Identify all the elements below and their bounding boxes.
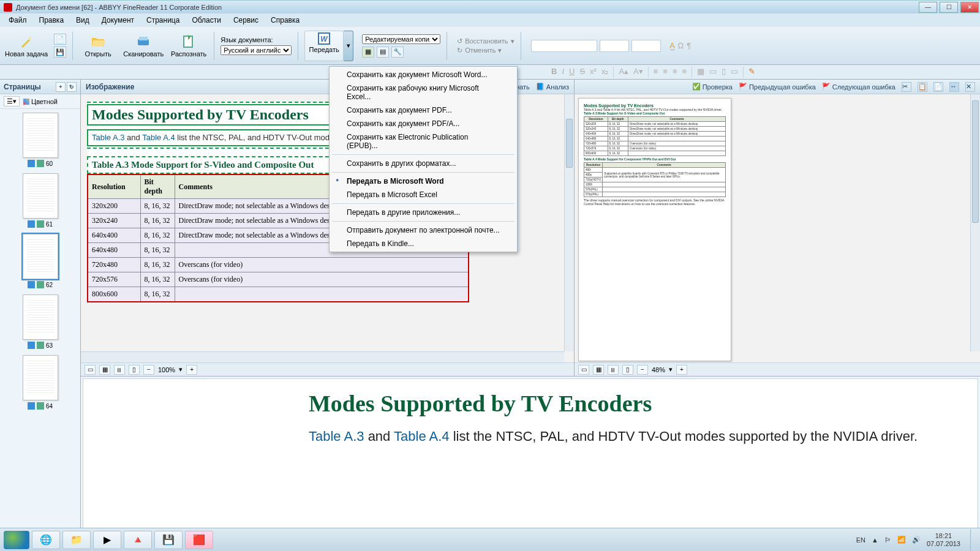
subscript-icon[interactable]: x₂ bbox=[601, 67, 609, 78]
align-left-icon[interactable]: ≡ bbox=[654, 67, 658, 78]
thumbnail-page[interactable]: 62 bbox=[0, 234, 80, 288]
menu-areas[interactable]: Области bbox=[187, 15, 226, 26]
task-media-icon[interactable]: ▶ bbox=[93, 531, 121, 549]
font-shrink-icon[interactable]: A▾ bbox=[633, 67, 643, 78]
menu-edit[interactable]: Правка bbox=[34, 15, 69, 26]
fit-page-icon[interactable]: ▭ bbox=[85, 365, 96, 375]
menu-page[interactable]: Страница bbox=[141, 15, 184, 26]
view-dual-icon[interactable]: ⫼ bbox=[114, 365, 125, 375]
prev-zoom-in-icon[interactable]: + bbox=[676, 365, 687, 375]
tray-network-icon[interactable]: 📶 bbox=[897, 536, 906, 544]
view-grid-icon[interactable]: ▦ bbox=[99, 365, 110, 375]
pages-view-label[interactable]: Цветной bbox=[31, 98, 58, 105]
menu-item[interactable]: Сохранить как документ PDF... bbox=[330, 103, 517, 117]
send-button[interactable]: W Передать bbox=[304, 31, 344, 61]
maximize-button[interactable]: ☐ bbox=[940, 2, 958, 13]
task-explorer-icon[interactable]: 📁 bbox=[62, 531, 91, 549]
paste-icon[interactable]: 📄 bbox=[933, 82, 943, 92]
prev-dual-icon[interactable]: ⫼ bbox=[608, 365, 619, 375]
task-app1-icon[interactable]: 🔺 bbox=[124, 531, 152, 549]
pen-icon[interactable]: ✎ bbox=[748, 67, 755, 78]
scan-button[interactable]: Сканировать bbox=[123, 29, 164, 63]
recognize-button[interactable]: Распознать bbox=[170, 29, 208, 63]
strike-icon[interactable]: S bbox=[579, 67, 585, 78]
toggle-icon[interactable]: ↔ bbox=[949, 82, 959, 92]
font-select[interactable] bbox=[600, 40, 629, 52]
pages-add-icon[interactable]: + bbox=[56, 82, 66, 92]
align-right-icon[interactable]: ≡ bbox=[673, 67, 677, 78]
insert-image-icon[interactable]: ▭ bbox=[731, 67, 738, 78]
thumbnail-page[interactable]: 64 bbox=[0, 355, 80, 410]
cut-icon[interactable]: ✂ bbox=[902, 82, 911, 92]
next-error-button[interactable]: 🚩 Следующая ошибка bbox=[822, 82, 895, 92]
superscript-icon[interactable]: x² bbox=[590, 67, 597, 78]
pages-remove-icon[interactable]: ↻ bbox=[67, 82, 77, 92]
image-scrollbar-v[interactable] bbox=[564, 94, 574, 351]
insert-row-icon[interactable]: ▭ bbox=[709, 67, 717, 78]
thumbnail-page[interactable]: 61 bbox=[0, 173, 80, 228]
menu-item[interactable]: Передать в другие приложения... bbox=[330, 206, 517, 219]
omega-icon[interactable]: Ω bbox=[678, 41, 684, 50]
task-finereader-icon[interactable]: 🟥 bbox=[185, 531, 213, 549]
copy-icon[interactable]: 📋 bbox=[918, 82, 927, 92]
thumbnail-page[interactable]: 63 bbox=[0, 294, 80, 349]
view-single-icon[interactable]: ▯ bbox=[129, 365, 140, 375]
task-ie-icon[interactable]: 🌐 bbox=[32, 531, 60, 549]
menu-item[interactable]: Сохранить как документ Microsoft Word... bbox=[330, 68, 517, 81]
minimize-button[interactable]: — bbox=[919, 2, 937, 13]
highlight-icon[interactable]: A̲ bbox=[669, 41, 675, 50]
restore-button[interactable]: ↺Восстановить▾ bbox=[457, 37, 514, 45]
menu-item[interactable]: Сохранить как Electronic Publication (EP… bbox=[330, 130, 517, 152]
image-scrollbar-h[interactable] bbox=[81, 351, 564, 362]
new-doc-icon[interactable]: 📄 bbox=[54, 34, 66, 45]
size-select[interactable] bbox=[631, 40, 661, 52]
new-task-button[interactable]: Новая задача bbox=[5, 29, 48, 63]
menu-item[interactable]: Сохранить в других форматах... bbox=[330, 157, 517, 170]
tray-volume-icon[interactable]: 🔊 bbox=[912, 536, 921, 544]
paragraph-icon[interactable]: ¶ bbox=[687, 41, 691, 50]
prev-error-button[interactable]: 🚩 Предыдущая ошибка bbox=[739, 82, 816, 92]
insert-col-icon[interactable]: ▯ bbox=[722, 67, 726, 78]
menu-item[interactable]: Передать в Kindle... bbox=[330, 237, 517, 250]
close-pane-icon[interactable]: ✕ bbox=[965, 82, 975, 92]
check-button[interactable]: ✅ Проверка bbox=[692, 82, 733, 92]
thumbnail-page[interactable]: 60 bbox=[0, 113, 80, 167]
insert-table-icon[interactable]: ▦ bbox=[697, 67, 704, 78]
prev-zoom-out-icon[interactable]: − bbox=[637, 365, 648, 375]
font-grow-icon[interactable]: A▴ bbox=[619, 67, 628, 78]
preview-canvas[interactable]: Modes Supported by TV Encoders Table A.3… bbox=[575, 94, 980, 362]
menu-item[interactable]: Передать в Microsoft Word bbox=[330, 174, 517, 188]
align-justify-icon[interactable]: ≡ bbox=[682, 67, 687, 78]
cancel-button[interactable]: ↻Отменить▾ bbox=[457, 47, 514, 54]
zoom-out-icon[interactable]: − bbox=[143, 365, 154, 375]
underline-icon[interactable]: U bbox=[569, 67, 575, 78]
align-center-icon[interactable]: ≡ bbox=[663, 67, 668, 78]
zoom-in-icon[interactable]: + bbox=[186, 365, 197, 375]
menu-item[interactable]: Отправить документ по электронной почте.… bbox=[330, 223, 517, 237]
send-dropdown-arrow[interactable]: ▾ bbox=[344, 31, 353, 61]
prev-fit-icon[interactable]: ▭ bbox=[578, 365, 589, 375]
start-button[interactable] bbox=[4, 531, 29, 549]
italic-icon[interactable]: I bbox=[562, 67, 564, 78]
style-select[interactable] bbox=[531, 40, 597, 52]
menu-view[interactable]: Вид bbox=[71, 15, 94, 26]
language-select[interactable]: Русский и английский bbox=[221, 45, 292, 55]
tray-flag-icon[interactable]: 🏳 bbox=[884, 536, 891, 544]
save-icon[interactable]: 💾 bbox=[54, 47, 66, 58]
layout-flow-icon[interactable]: ▤ bbox=[377, 47, 389, 58]
close-button[interactable]: ✕ bbox=[960, 2, 979, 13]
menu-file[interactable]: Файл bbox=[4, 15, 32, 26]
open-button[interactable]: Открыть bbox=[79, 29, 117, 63]
menu-item[interactable]: Сохранить как рабочую книгу Microsoft Ex… bbox=[330, 81, 517, 103]
save-mode-select[interactable]: Редактируемая копия bbox=[362, 34, 440, 44]
menu-help[interactable]: Справка bbox=[266, 15, 304, 26]
tray-clock[interactable]: 18:21 07.07.2013 bbox=[927, 532, 960, 547]
prev-grid-icon[interactable]: ▦ bbox=[593, 365, 604, 375]
layout-options-icon[interactable]: 🔧 bbox=[391, 47, 404, 58]
tray-up-icon[interactable]: ▲ bbox=[872, 536, 878, 544]
text-canvas[interactable]: Modes Supported by TV Encoders Table A.3… bbox=[83, 378, 978, 528]
preview-scrollbar-v[interactable] bbox=[970, 94, 980, 351]
menu-item[interactable]: Сохранить как документ PDF/A... bbox=[330, 117, 517, 130]
pages-view-menu[interactable]: ☰▾ bbox=[4, 96, 20, 107]
tray-lang[interactable]: EN bbox=[856, 536, 865, 544]
